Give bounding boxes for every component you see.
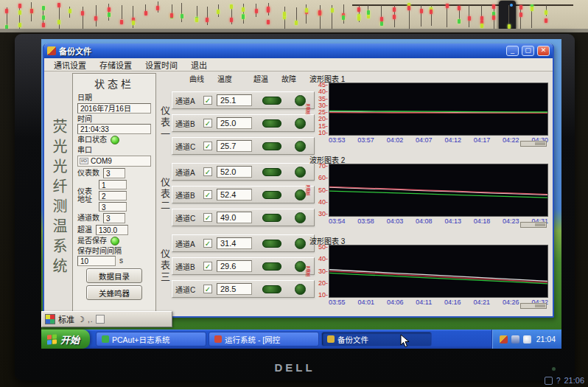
chart-scrollbar[interactable] xyxy=(520,141,547,147)
menu-item-通讯设置[interactable]: 通讯设置 xyxy=(47,58,93,72)
channel-row: 通道C✓49.0 xyxy=(172,209,315,226)
temperature-display: 52.0 xyxy=(217,166,252,178)
overtemp-input[interactable]: 130.0 xyxy=(96,225,128,235)
menu-item-设置时间[interactable]: 设置时间 xyxy=(139,58,184,72)
device-led xyxy=(510,4,513,7)
chart-x-ticks: 03:5504:0104:0604:1104:1604:2104:2604:32 xyxy=(329,299,548,306)
address-input[interactable]: 3 xyxy=(99,202,127,212)
address-input[interactable]: 1 xyxy=(99,180,127,189)
taskbar-clock: 21:04 xyxy=(536,335,556,344)
close-button[interactable]: ✕ xyxy=(537,46,550,56)
temperature-display: 52.4 xyxy=(217,189,252,201)
instrument-group: 仪表二通道A✓52.0通道B✓52.4通道C✓49.0 xyxy=(158,163,301,226)
save-interval-input[interactable]: 10 xyxy=(77,256,116,266)
chart-scrollbar[interactable] xyxy=(520,222,547,228)
halfwidth-moon-icon[interactable]: ☽ xyxy=(77,315,85,324)
overtemp-led xyxy=(262,240,281,248)
chart-y-ticks: 5040302010 xyxy=(311,245,329,298)
channel-label: 通道C xyxy=(175,141,202,152)
curve-checkbox[interactable]: ✓ xyxy=(203,167,212,176)
time-display: 21:04:33 xyxy=(77,124,151,134)
overtemp-led xyxy=(262,168,281,176)
channel-label: 通道A xyxy=(175,167,202,178)
channel-row: 通道A✓31.4 xyxy=(172,234,315,252)
taskbar-item[interactable]: PCAut+日志系统 xyxy=(96,332,206,346)
chart-y-axis-label: 温度 xyxy=(304,245,311,298)
mimic-bus-line xyxy=(352,4,573,6)
channel-count-input[interactable]: 3 xyxy=(103,213,125,223)
maximize-button[interactable]: ▢ xyxy=(522,46,534,56)
curve-checkbox[interactable]: ✓ xyxy=(203,119,212,128)
start-button[interactable]: 开始 xyxy=(41,330,90,349)
softkeyboard-icon[interactable] xyxy=(96,315,105,324)
ime-logo-icon[interactable] xyxy=(45,314,55,324)
chart-title: 波形图表 1 xyxy=(309,73,553,83)
tray-display-icon[interactable] xyxy=(511,335,519,344)
minimize-button[interactable]: _ xyxy=(506,46,519,56)
tray-volume-icon[interactable] xyxy=(523,335,531,344)
serial-port-select[interactable]: I/O COM9 xyxy=(77,156,151,167)
instrument-list: 仪表一通道A✓25.1通道B✓25.0通道C✓25.7仪表二通道A✓52.0通道… xyxy=(158,91,301,298)
waveform-chart-3: 波形图表 3 温度 5040302010 03:5504:0104:0604:1… xyxy=(304,234,553,315)
tray-app-icon[interactable] xyxy=(500,335,508,344)
channels-column: 曲线 温度 超温 故障 仪表一通道A✓25.1通道B✓25.0通道C✓25.7仪… xyxy=(158,73,301,313)
save-interval-label: 保存时间间隔 xyxy=(77,247,151,256)
curve-checkbox[interactable]: ✓ xyxy=(203,96,212,105)
curve-checkbox[interactable]: ✓ xyxy=(203,262,212,271)
serial-status-led xyxy=(111,136,119,144)
curve-checkbox[interactable]: ✓ xyxy=(203,285,212,293)
instrument-name: 仪表三 xyxy=(158,248,172,284)
overtemp-led xyxy=(262,262,281,271)
save-enable-led[interactable] xyxy=(111,237,119,245)
buzzer-off-button[interactable]: 关蜂鸣器 xyxy=(86,285,142,300)
address-input[interactable]: 2 xyxy=(99,191,127,201)
menu-item-存储设置[interactable]: 存储设置 xyxy=(93,58,139,72)
curve-checkbox[interactable]: ✓ xyxy=(203,190,212,199)
taskbar-item-label: 运行系统 - [网控 xyxy=(225,334,280,345)
instrument-count-input[interactable]: 3 xyxy=(103,168,125,178)
data-directory-button[interactable]: 数据目录 xyxy=(86,268,142,283)
serial-port-label: 串口 xyxy=(77,146,151,155)
channel-label: 通道B xyxy=(175,261,202,272)
channel-label: 通道B xyxy=(175,118,202,129)
address-inputs: 1 2 3 xyxy=(99,180,127,212)
menu-item-退出[interactable]: 退出 xyxy=(184,58,214,72)
mimic-board xyxy=(0,0,588,32)
curve-checkbox[interactable]: ✓ xyxy=(203,142,212,150)
ime-mode-label[interactable]: 标准 xyxy=(58,313,74,325)
channel-label: 通道A xyxy=(175,95,202,106)
instrument-rows: 通道A✓31.4通道B✓29.6通道C✓28.5 xyxy=(172,234,315,298)
chart-scrollbar[interactable] xyxy=(520,303,547,309)
temperature-display: 29.6 xyxy=(217,260,252,272)
chart-y-axis-label: 温度 xyxy=(304,83,311,136)
time-label: 时间 xyxy=(77,115,151,124)
taskbar-item-label: 备份文件 xyxy=(337,334,368,345)
punctuation-icon[interactable]: ,. xyxy=(88,315,94,324)
overtemp-led xyxy=(262,191,281,199)
instrument-group: 仪表三通道A✓31.4通道B✓29.6通道C✓28.5 xyxy=(158,234,301,298)
instrument-rows: 通道A✓52.0通道B✓52.4通道C✓49.0 xyxy=(172,163,315,226)
taskbar-items: PCAut+日志系统运行系统 - [网控备份文件 xyxy=(96,332,491,346)
temperature-display: 28.5 xyxy=(217,283,252,295)
start-label: 开始 xyxy=(60,332,80,346)
save-interval-unit: s xyxy=(119,257,123,265)
monitor-power-led xyxy=(552,367,556,371)
taskbar-item-icon xyxy=(327,335,335,343)
serial-port-value: COM9 xyxy=(91,157,112,165)
instrument-rows: 通道A✓25.1通道B✓25.0通道C✓25.7 xyxy=(172,91,315,155)
channel-row: 通道B✓25.0 xyxy=(172,114,315,132)
system-tray: 21:04 xyxy=(491,330,561,349)
temperature-display: 25.7 xyxy=(217,140,252,152)
taskbar-item[interactable]: 运行系统 - [网控 xyxy=(209,332,319,346)
ime-bar[interactable]: 标准 ☽ ,. xyxy=(41,311,172,327)
curve-checkbox[interactable]: ✓ xyxy=(203,213,212,222)
curve-checkbox[interactable]: ✓ xyxy=(203,239,212,248)
channel-row: 通道A✓25.1 xyxy=(172,91,315,109)
channel-row: 通道A✓52.0 xyxy=(172,163,315,181)
serial-status-label: 串口状态 xyxy=(77,136,107,144)
taskbar-item[interactable]: 备份文件 xyxy=(321,332,432,346)
overtemp-led xyxy=(262,214,281,222)
title-bar[interactable]: 备份文件 _ ▢ ✕ xyxy=(44,43,553,58)
taskbar-item-icon xyxy=(214,335,222,343)
chart-y-axis-label: 温度 xyxy=(304,164,311,217)
